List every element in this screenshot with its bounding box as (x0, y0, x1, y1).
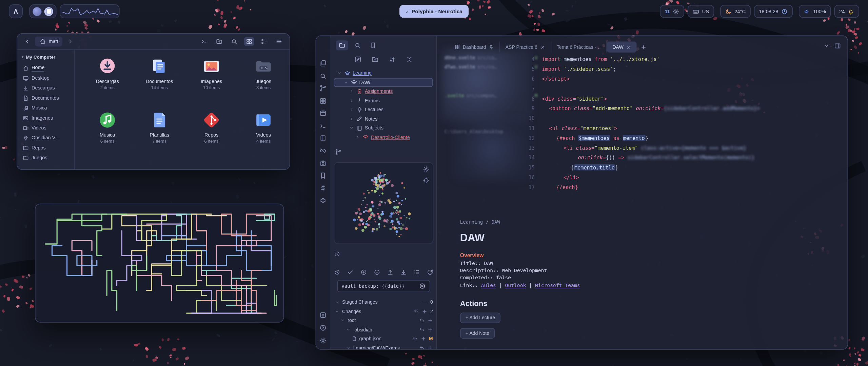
git-branch-icon[interactable] (335, 149, 342, 156)
folder-videos[interactable]: Videos4 items (237, 108, 289, 161)
workspace-icon-2[interactable] (44, 7, 53, 16)
workspaces-pill[interactable] (29, 4, 57, 18)
weather-pill[interactable]: 24°C (720, 5, 751, 18)
close-tab-icon[interactable] (540, 44, 545, 49)
ribbon-search-button[interactable] (318, 72, 328, 80)
panel-tab-search[interactable] (352, 40, 364, 50)
tree-item-learning[interactable]: Learning (334, 68, 433, 78)
clear-message-icon[interactable] (419, 283, 426, 289)
ribbon-book-button[interactable] (318, 134, 328, 142)
tree-item-notes[interactable]: Notes (334, 114, 433, 123)
ribbon-dollar-button[interactable] (318, 184, 328, 192)
tab-asp-practice-6[interactable]: ASP Practice 6 (500, 41, 551, 53)
toggle-right-sidebar-button[interactable] (834, 43, 841, 49)
folder-plus-button[interactable] (370, 55, 380, 64)
collapse-button[interactable] (404, 55, 414, 64)
back-button[interactable] (23, 37, 32, 46)
sidebar-item-juegos[interactable]: Juegos (20, 153, 71, 163)
tree-item-assignments[interactable]: Assignments (334, 87, 433, 96)
git-minus-circle-button[interactable] (372, 268, 381, 276)
ribbon-git-branch-button[interactable] (318, 84, 328, 92)
sidebar-item-home[interactable]: Home (20, 63, 71, 73)
folder-musica[interactable]: Musica6 items (81, 108, 133, 161)
git-plus-icon[interactable] (427, 345, 433, 349)
chevron-down-icon[interactable] (335, 309, 340, 313)
tab-list-button[interactable] (823, 43, 830, 49)
tree-item-lectures[interactable]: Lectures (334, 105, 433, 114)
git-download-button[interactable] (399, 268, 408, 276)
chevron-right-icon[interactable] (349, 117, 354, 121)
git-plus-icon[interactable] (421, 336, 426, 341)
pin-icon[interactable] (489, 44, 494, 49)
add-note-button[interactable]: + Add Note (460, 328, 495, 339)
graph-view-panel[interactable] (334, 162, 433, 244)
volume-pill[interactable]: 100% (799, 5, 831, 18)
git-minus-icon[interactable] (422, 300, 427, 305)
sidebar-item-documentos[interactable]: Documentos (20, 93, 71, 103)
note-title[interactable]: DAW (460, 232, 770, 244)
folder-repos[interactable]: Repos6 items (185, 108, 237, 161)
link-microsoft-teams[interactable]: Microsoft Teams (535, 283, 580, 288)
tree-item-exams[interactable]: Exams (334, 96, 433, 105)
link-outlook[interactable]: Outlook (505, 283, 526, 288)
new-tab-button[interactable] (640, 44, 647, 50)
git-row-graph-json[interactable]: graph.jsonM (334, 334, 433, 343)
menu-button[interactable] (274, 37, 284, 46)
ribbon-link-off-button[interactable] (318, 146, 328, 155)
panel-tab-folder[interactable] (336, 40, 348, 50)
pencil-box-button[interactable] (353, 55, 362, 64)
ribbon-files-button[interactable] (318, 59, 328, 67)
sidebar-item-musica[interactable]: Musica (20, 103, 71, 113)
tab-tema-6-pr-cticas[interactable]: Tema 6 Prácticas -… (551, 41, 607, 53)
git-history-button[interactable] (332, 268, 341, 276)
git-row-changes[interactable]: Changes2 (334, 307, 433, 316)
git-row-learning-daw-exams[interactable]: Learning/DAW/Exams (334, 343, 433, 350)
ribbon-grid-button[interactable] (318, 97, 328, 105)
list-view-button[interactable] (259, 37, 269, 46)
folder-plantillas[interactable]: Plantillas7 items (133, 108, 185, 161)
git-undo-icon[interactable] (419, 345, 425, 349)
ribbon-puzzle-button[interactable] (318, 196, 328, 204)
chevron-down-icon[interactable] (344, 80, 349, 84)
git-plus-icon[interactable] (422, 309, 427, 314)
sort-button[interactable] (387, 55, 397, 64)
git-list-button[interactable] (412, 268, 421, 276)
chevron-down-icon[interactable] (346, 346, 351, 350)
sidebar-header[interactable]: ▾ My Computer (22, 54, 71, 60)
git-row-root[interactable]: root (334, 316, 433, 325)
git-row-staged-changes[interactable]: Staged Changes0 (334, 298, 433, 307)
sidebar-item-imagenes[interactable]: Imagenes (20, 113, 71, 123)
git-plus-icon[interactable] (427, 327, 433, 332)
new-folder-button[interactable] (214, 37, 224, 46)
sidebar-item-descargas[interactable]: Descargas (20, 83, 71, 93)
git-undo-icon[interactable] (412, 336, 418, 341)
tree-item-daw[interactable]: DAW (334, 78, 433, 87)
link-aules[interactable]: Aules (481, 283, 496, 288)
graph-filter-button[interactable] (423, 177, 430, 184)
chevron-right-icon[interactable] (349, 89, 354, 94)
grid-view-button[interactable] (244, 37, 254, 46)
chevron-down-icon[interactable] (337, 71, 342, 75)
chevron-down-icon[interactable] (335, 300, 340, 304)
sidebar-item-repos[interactable]: Repos (20, 143, 71, 152)
workspace-icon-1[interactable] (33, 7, 41, 16)
breadcrumb[interactable]: matt (35, 37, 63, 46)
graph-settings-button[interactable] (423, 166, 430, 173)
git-upload-button[interactable] (386, 268, 394, 276)
clock-pill[interactable]: 18:08:28 (754, 5, 793, 18)
add-lecture-button[interactable]: + Add Lecture (460, 312, 501, 323)
chevron-right-icon[interactable] (349, 107, 354, 112)
folder-documentos[interactable]: Documentos14 items (133, 54, 185, 108)
chevron-down-icon[interactable] (346, 327, 351, 332)
git-undo-icon[interactable] (419, 327, 425, 332)
ribbon-calendar-button[interactable] (318, 109, 328, 117)
git-refresh-button[interactable] (426, 268, 434, 276)
updates-pill[interactable]: 11 (660, 5, 685, 18)
close-tab-icon[interactable] (626, 44, 631, 49)
chevron-right-icon[interactable] (349, 98, 354, 103)
sidebar-item-desktop[interactable]: Desktop (20, 73, 71, 83)
tab-dashboard[interactable]: Dashboard (449, 41, 500, 53)
folder-juegos[interactable]: Juegos8 items (237, 54, 289, 108)
code-editor-view[interactable]: 4import mementoes from '../../store.js'5… (437, 54, 847, 192)
tab-daw[interactable]: DAW (607, 41, 637, 53)
